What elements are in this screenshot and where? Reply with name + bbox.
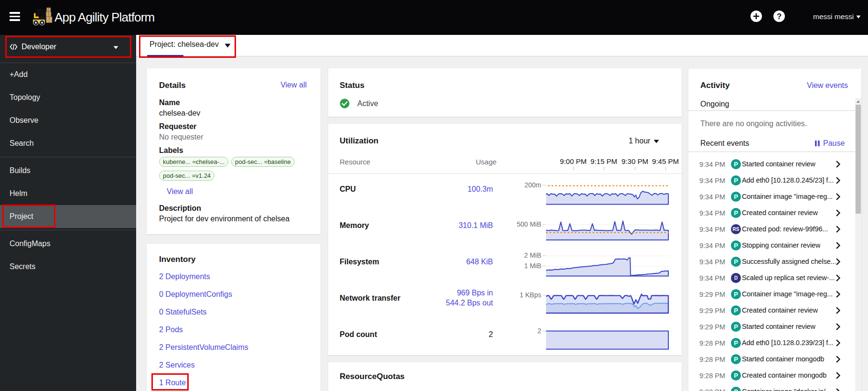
svg-text:?: ?: [777, 12, 782, 21]
